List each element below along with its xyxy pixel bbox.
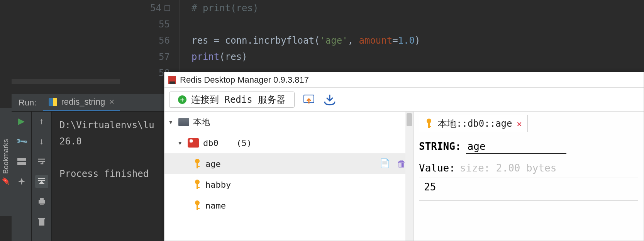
db-count: (5) bbox=[236, 138, 252, 148]
soft-wrap-button[interactable] bbox=[35, 155, 48, 168]
key-icon bbox=[193, 179, 202, 190]
size-hint: size: 2.00 bytes bbox=[460, 162, 556, 174]
expand-icon[interactable]: ▼ bbox=[178, 140, 184, 146]
plus-icon: + bbox=[178, 95, 186, 104]
rdm-title-text: Redis Desktop Manager 0.9.3.817 bbox=[180, 75, 309, 85]
bookmarks-label: Bookmarks bbox=[2, 139, 10, 174]
expand-icon[interactable]: ▼ bbox=[169, 119, 175, 125]
run-tool-column-2: ↑ ↓ bbox=[32, 112, 52, 241]
run-tab-label: redis_string bbox=[61, 97, 105, 107]
svg-rect-1 bbox=[17, 162, 26, 165]
rerun-button[interactable]: ▶ bbox=[15, 115, 28, 128]
svg-point-14 bbox=[195, 200, 200, 205]
fold-marker[interactable]: − bbox=[164, 5, 170, 11]
run-label: Run: bbox=[12, 98, 43, 108]
value-text: 25 bbox=[424, 181, 436, 193]
svg-rect-13 bbox=[197, 187, 200, 188]
svg-rect-0 bbox=[17, 158, 26, 161]
connect-label: 连接到 Redis 服务器 bbox=[191, 93, 286, 106]
svg-rect-12 bbox=[197, 184, 198, 189]
svg-rect-5 bbox=[39, 219, 44, 226]
server-icon bbox=[178, 118, 189, 126]
gutter-line: 56 bbox=[159, 32, 170, 49]
tree-key-row-name[interactable]: name bbox=[164, 195, 413, 216]
down-button[interactable]: ↓ bbox=[35, 135, 48, 148]
svg-rect-10 bbox=[197, 166, 200, 167]
tree-key-row-age[interactable]: age 📄 🗑 bbox=[164, 153, 413, 174]
key-name: age bbox=[205, 159, 221, 169]
editor-scrollbar[interactable] bbox=[12, 79, 120, 84]
run-tab[interactable]: redis_string ✕ bbox=[43, 94, 120, 111]
gutter-line: 54 bbox=[150, 0, 161, 16]
value-box[interactable]: 25 bbox=[419, 178, 638, 201]
bookmark-icon: 🔖 bbox=[2, 177, 10, 185]
svg-point-11 bbox=[195, 180, 200, 184]
bookmarks-tab[interactable]: 🔖 Bookmarks bbox=[0, 108, 12, 216]
key-icon bbox=[193, 200, 202, 211]
server-name: 本地 bbox=[193, 116, 210, 128]
key-name: name bbox=[205, 201, 226, 210]
code-comment: # print(res) bbox=[192, 3, 258, 14]
rdm-titlebar[interactable]: Redis Desktop Manager 0.9.3.817 bbox=[164, 72, 644, 88]
copy-icon[interactable]: 📄 bbox=[380, 158, 390, 169]
svg-rect-3 bbox=[40, 198, 44, 200]
database-icon bbox=[188, 138, 199, 148]
svg-rect-9 bbox=[197, 163, 198, 168]
trash-icon[interactable]: 🗑 bbox=[397, 158, 406, 169]
key-name: habby bbox=[205, 180, 231, 190]
scrollbar-thumb[interactable] bbox=[407, 113, 412, 126]
tree-db-row[interactable]: ▼ db0 (5) bbox=[164, 132, 413, 153]
svg-rect-15 bbox=[197, 205, 198, 210]
key-icon bbox=[193, 158, 202, 169]
detail-tab[interactable]: 本地::db0::age ✕ bbox=[419, 115, 528, 132]
scroll-to-end-button[interactable] bbox=[35, 175, 48, 188]
key-icon bbox=[425, 118, 433, 129]
settings-button[interactable]: 🔧 bbox=[12, 132, 31, 151]
delete-button[interactable] bbox=[35, 215, 48, 228]
type-label: STRING: bbox=[419, 141, 461, 152]
rdm-key-detail: 本地::db0::age ✕ STRING: age Value: size: … bbox=[414, 112, 644, 241]
rdm-toolbar: + 连接到 Redis 服务器 bbox=[164, 88, 644, 112]
gutter-line: 57 bbox=[159, 49, 170, 65]
value-label: Value: bbox=[419, 162, 455, 174]
python-icon bbox=[49, 98, 57, 106]
svg-rect-18 bbox=[428, 123, 430, 128]
key-name-field[interactable]: age bbox=[466, 141, 566, 154]
gutter-line: 55 bbox=[159, 16, 170, 32]
close-icon[interactable]: ✕ bbox=[517, 119, 522, 129]
run-tool-column-1: ▶ 🔧 bbox=[12, 112, 32, 241]
rdm-logo-icon bbox=[168, 76, 176, 84]
close-icon[interactable]: ✕ bbox=[109, 98, 115, 106]
svg-rect-19 bbox=[428, 126, 431, 127]
tree-server-row[interactable]: ▼ 本地 bbox=[164, 112, 413, 132]
svg-point-8 bbox=[195, 159, 200, 163]
layout-button[interactable] bbox=[15, 155, 28, 168]
import-button[interactable] bbox=[302, 93, 315, 106]
connect-to-redis-button[interactable]: + 连接到 Redis 服务器 bbox=[169, 92, 295, 108]
code-editor[interactable]: 54− 55 56 57 58 # print(res) res = conn.… bbox=[12, 0, 644, 77]
pin-button[interactable] bbox=[15, 175, 28, 188]
print-button[interactable] bbox=[35, 195, 48, 208]
redis-desktop-manager-window: Redis Desktop Manager 0.9.3.817 + 连接到 Re… bbox=[164, 72, 644, 241]
export-button[interactable] bbox=[323, 93, 336, 106]
code-area[interactable]: # print(res) res = conn.incrbyfloat('age… bbox=[180, 0, 644, 77]
svg-point-17 bbox=[427, 119, 431, 123]
line-gutter: 54− 55 56 57 58 bbox=[12, 0, 180, 77]
db-name: db0 bbox=[203, 138, 219, 148]
detail-tab-label: 本地::db0::age bbox=[438, 117, 512, 130]
up-button[interactable]: ↑ bbox=[35, 115, 48, 128]
svg-rect-4 bbox=[40, 203, 44, 205]
svg-rect-6 bbox=[38, 218, 45, 219]
tree-scrollbar[interactable]: ▴ bbox=[405, 112, 413, 241]
svg-rect-16 bbox=[197, 208, 200, 209]
tree-key-row-habby[interactable]: habby bbox=[164, 174, 413, 195]
rdm-key-tree[interactable]: ▼ 本地 ▼ db0 (5) age 📄 🗑 bbox=[164, 112, 414, 241]
